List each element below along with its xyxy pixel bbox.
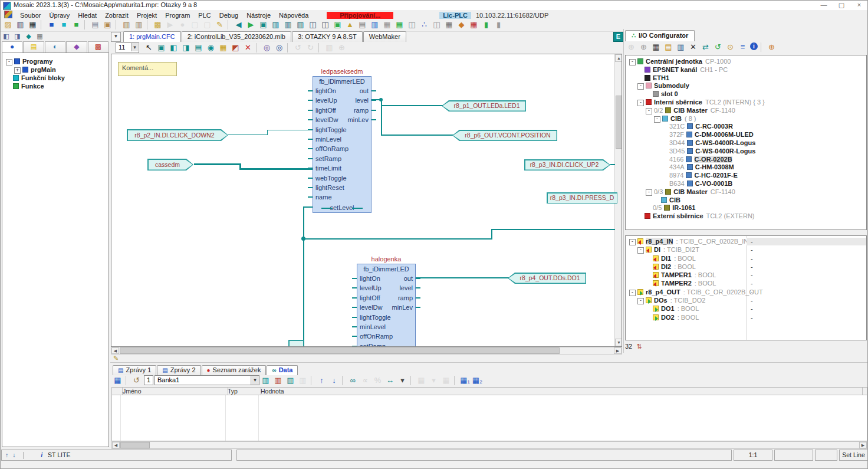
nav-forward-icon[interactable]: ▶ bbox=[245, 19, 257, 30]
editor-mode-badge[interactable]: E bbox=[613, 32, 623, 42]
collapse-icon[interactable]: - bbox=[629, 59, 636, 65]
cfc-canvas[interactable]: ▲ ▼ Komentá...ledpaseksedmfb_iDimmerLEDl… bbox=[111, 54, 622, 347]
tree-item[interactable]: 0/5IR-1061 bbox=[626, 204, 866, 212]
plc-icon[interactable]: ▣ bbox=[332, 19, 343, 30]
save-project-icon[interactable]: ▥ bbox=[369, 19, 380, 30]
tree-item[interactable]: 4166C-OR-0202B bbox=[626, 156, 866, 164]
tree-item[interactable]: -Programy bbox=[2, 58, 108, 66]
connection-label[interactable]: r8_p1_OUT.LEDa.LED1 bbox=[442, 100, 526, 111]
tree-item[interactable]: -0/2CIB MasterCF-1140 bbox=[626, 107, 866, 115]
scroll-thumb[interactable] bbox=[120, 347, 560, 354]
edit-icon[interactable]: ✎ bbox=[214, 19, 225, 30]
tab-1-prgmain-cfc[interactable]: 1: prgMain.CFC bbox=[123, 31, 181, 42]
tree-item[interactable]: 321CC-RC-0003R bbox=[626, 123, 866, 131]
window-split-icon[interactable]: ◫ bbox=[307, 19, 318, 30]
watch-table-body[interactable] bbox=[111, 395, 867, 441]
save-icon[interactable]: ▥ bbox=[15, 19, 26, 30]
list-icon[interactable]: ≡ bbox=[737, 42, 748, 53]
tree-item[interactable]: DI2: BOOL- bbox=[626, 263, 866, 271]
add-watch-red-icon[interactable]: ▥ bbox=[272, 375, 284, 386]
collapse-icon[interactable]: - bbox=[629, 239, 636, 245]
swap-icon[interactable]: ⇄ bbox=[700, 42, 711, 53]
tree-item[interactable]: -Submoduly bbox=[626, 82, 866, 90]
bank-select[interactable]: Banka1 bbox=[154, 375, 259, 385]
tab-io-configurator[interactable]: ∴I/O Configurator bbox=[625, 30, 695, 41]
paste-icon[interactable]: ▣ bbox=[102, 19, 113, 30]
database-icon[interactable]: ▩ bbox=[152, 19, 163, 30]
delete-module-icon[interactable]: ✕ bbox=[688, 42, 699, 53]
connection-label[interactable]: r8_p4_OUT.DOs.DO1 bbox=[508, 273, 586, 284]
add-watch-icon[interactable]: ▥ bbox=[260, 375, 271, 386]
scroll-up-arrow[interactable]: ▲ bbox=[615, 54, 622, 62]
tree-item[interactable]: Externí sběrniceTCL2 (EXTERN) bbox=[626, 212, 866, 221]
module-variables-tree[interactable]: -r8_p4_IN: TCIB_C_OR_0202B_IN--DI: TCIB_… bbox=[625, 235, 867, 340]
close-button[interactable]: × bbox=[851, 1, 867, 9]
find-next-icon[interactable]: ◎ bbox=[274, 42, 285, 53]
tree-item[interactable]: 372FC-DM-0006M-ULED bbox=[626, 131, 866, 139]
plug-on-icon[interactable]: ▮ bbox=[481, 19, 492, 30]
window-cascade-icon[interactable]: ◫ bbox=[320, 19, 331, 30]
find-icon[interactable]: ◎ bbox=[261, 42, 272, 53]
sort-arrows-icon[interactable]: ⇅ bbox=[636, 343, 642, 350]
function-block[interactable]: fb_iDimmerLEDlightOnoutlevelUplevellight… bbox=[357, 264, 416, 347]
tree-item[interactable]: TAMPER1: BOOL- bbox=[626, 271, 866, 280]
collapse-icon[interactable]: - bbox=[637, 247, 644, 254]
window-icon[interactable]: ◫ bbox=[406, 19, 417, 30]
collapse-icon[interactable]: - bbox=[646, 108, 652, 114]
tab-files[interactable]: ▤ bbox=[23, 41, 44, 53]
tree-item[interactable]: 3D45C-WS-0400R-Logus bbox=[626, 147, 866, 156]
connection-label[interactable]: r8_p3_IN.DI.PRESS_D bbox=[547, 192, 617, 204]
monitor2-icon[interactable]: ▥ bbox=[282, 19, 294, 30]
project-tree-icon[interactable]: ∴ bbox=[419, 19, 430, 30]
collapse-icon[interactable]: - bbox=[637, 83, 644, 90]
function-block[interactable]: fb_iDimmerLEDlightOnoutlevelUplevellight… bbox=[313, 76, 371, 213]
minimize-button[interactable]: — bbox=[816, 1, 832, 9]
table-icon[interactable]: ▦ bbox=[443, 19, 455, 30]
collapse-icon[interactable]: - bbox=[637, 100, 644, 106]
search-icon[interactable]: ⊙ bbox=[725, 42, 736, 53]
print-preview-icon[interactable]: ▥ bbox=[133, 19, 144, 30]
scroll-left-arrow[interactable]: ◀ bbox=[112, 442, 120, 448]
connection-label[interactable]: cassedm bbox=[147, 159, 193, 170]
layout-left-icon[interactable]: ◧ bbox=[1, 32, 11, 41]
up-arrow-icon[interactable]: ↑ bbox=[5, 451, 8, 458]
scroll-left-arrow[interactable]: ◀ bbox=[111, 347, 119, 354]
print-icon[interactable]: ▥ bbox=[121, 19, 132, 30]
bank2-icon[interactable]: ▦₂ bbox=[472, 375, 483, 386]
lamp-icon[interactable]: ◆ bbox=[456, 19, 467, 30]
layout-right-icon[interactable]: ◨ bbox=[12, 32, 22, 41]
undo-values-icon[interactable]: ↺ bbox=[131, 375, 142, 386]
move-down-icon[interactable]: ↓ bbox=[328, 375, 340, 386]
io-grid-icon[interactable]: ▦ bbox=[468, 19, 479, 30]
collapse-icon[interactable]: - bbox=[637, 298, 644, 304]
monitor3-icon[interactable]: ▥ bbox=[295, 19, 306, 30]
down-arrow-icon[interactable]: ↓ bbox=[12, 451, 15, 458]
tree-item[interactable]: TAMPER2: BOOL- bbox=[626, 280, 866, 288]
table-setup-icon[interactable]: ▦ bbox=[112, 375, 123, 386]
tools-icon[interactable]: ⊕ bbox=[766, 42, 777, 53]
tree-view-icon[interactable]: ▦ bbox=[35, 32, 45, 41]
canvas-horizontal-scrollbar[interactable]: ◀ ▶ bbox=[111, 347, 622, 355]
tree-item[interactable]: CIB bbox=[626, 196, 866, 205]
bank-index-box[interactable]: 1 bbox=[144, 375, 153, 385]
add-page-icon[interactable]: ◩ bbox=[230, 42, 241, 53]
scroll-thumb[interactable] bbox=[616, 96, 622, 149]
tab-zpr-vy-2[interactable]: ▤Zprávy 2 bbox=[157, 365, 200, 375]
tree-item[interactable]: DO1: BOOL- bbox=[626, 305, 866, 313]
tree-item[interactable]: EPSNET kanálCH1 - PC bbox=[626, 66, 866, 74]
connection-label[interactable]: r8_p6_OUT.VCONT.POSITION bbox=[452, 130, 557, 141]
connection-label[interactable]: r8_p3_IN.DI.CLICK_UP2 bbox=[524, 159, 610, 170]
tree-item[interactable]: ETH1 bbox=[626, 74, 866, 83]
tree-item[interactable]: -r8_p4_OUT: TCIB_C_OR_0202B_OUT- bbox=[626, 288, 866, 297]
plc-config-icon[interactable]: ▦ bbox=[650, 42, 662, 53]
tree-item[interactable]: -Interní sběrniceTCL2 (INTERN) { 3 } bbox=[626, 99, 866, 107]
new-program-icon[interactable]: ■ bbox=[46, 19, 57, 30]
nav-back-icon[interactable]: ◀ bbox=[233, 19, 244, 30]
window2-icon[interactable]: ◫ bbox=[431, 19, 442, 30]
plug-off-icon[interactable]: ▮ bbox=[493, 19, 504, 30]
tree-item[interactable]: 434AC-HM-0308M bbox=[626, 163, 866, 172]
tree-item[interactable]: 3D44C-WS-0400R-Logus bbox=[626, 139, 866, 147]
tab-lib[interactable]: ▩ bbox=[88, 41, 108, 53]
connection-label[interactable]: r8_p2_IN.DI.CLICK_DOWN2 bbox=[127, 129, 228, 141]
tree-item[interactable]: slot 0 bbox=[626, 90, 866, 99]
